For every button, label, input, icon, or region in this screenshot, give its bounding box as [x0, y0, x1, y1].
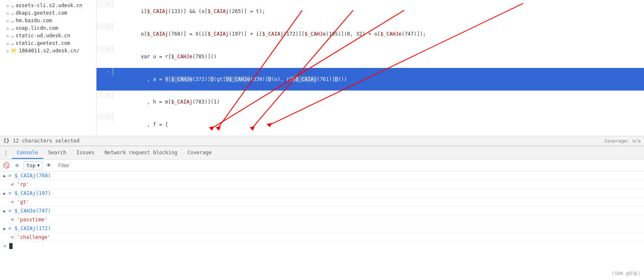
tab-issues[interactable]: Issues	[71, 147, 99, 159]
selected-text-status: 12 characters selected	[13, 138, 79, 144]
console-entry-5: < 'passtime'	[0, 215, 644, 224]
status-left: {} 12 characters selected	[3, 138, 79, 144]
console-prompt: >	[3, 243, 6, 249]
clear-console-button[interactable]: 🚫	[2, 161, 11, 170]
tree-item-dkapi[interactable]: ▷ ☁ dkapi.geetest.com	[0, 9, 96, 17]
format-icon: {}	[3, 138, 9, 144]
block-icon[interactable]: ⊘	[13, 161, 22, 170]
tree-item-1864011[interactable]: ▷ 📁 1864011.s2.udesk.cn/	[0, 47, 96, 54]
console-entry-2: ▶ > $_CAIAj(197)	[0, 189, 644, 198]
code-line-4: - , a = V[$_CAHJe(372)]D(gt[D$_CAHJe(339…	[96, 68, 644, 91]
code-line-3: - var u = r[$_CAHJe(785)]()	[96, 45, 644, 68]
expand-arrow-0[interactable]: ▶	[3, 174, 6, 178]
console-input-line[interactable]: >	[0, 242, 644, 250]
tab-network-request-blocking[interactable]: Network request blocking	[99, 147, 182, 159]
console-entry-1: < 'rp'	[0, 180, 644, 189]
expand-arrow-1	[3, 182, 8, 187]
console-entry-3: < 'gt'	[0, 198, 644, 207]
console-menu-icon[interactable]: ⋮	[2, 149, 10, 157]
expand-arrow-7	[3, 235, 8, 240]
code-editor[interactable]: - i[$_CAIAj(133)] && (o[$_CAIAj(265)] = …	[96, 0, 644, 136]
entry-text-3: 'gt'	[17, 199, 641, 205]
code-line-6: - , f = {	[96, 113, 644, 136]
status-bar: {} 12 characters selected Coverage: n/a	[0, 136, 644, 146]
code-line-5: - , h = m[$_CAIAj(783)](1)	[96, 91, 644, 113]
file-tree: ▷ ☁ assets-cli.s2.udesk.cn ▷ ☁ dkapi.gee…	[0, 0, 96, 136]
expand-arrow-6[interactable]: ▶	[3, 226, 6, 231]
tree-item-assets[interactable]: ▷ ☁ assets-cli.s2.udesk.cn	[0, 2, 96, 9]
entry-text-7: 'challenge'	[17, 234, 641, 240]
console-cursor	[9, 243, 13, 249]
coverage-status: Coverage: n/a	[605, 138, 641, 144]
log-level-select[interactable]: top ▼	[23, 161, 43, 170]
console-entry-6: ▶ > $_CAIAj(172)	[0, 224, 644, 233]
entry-text-4: $_CAHJe(747)	[15, 208, 641, 214]
console-toolbar: 🚫 ⊘ top ▼ 👁	[0, 160, 644, 171]
expand-arrow-3	[3, 200, 8, 205]
tree-item-static-geetest[interactable]: ▷ ☁ static.geetest.com	[0, 39, 96, 47]
console-panel: ⋮ Console Search Issues Network request …	[0, 146, 644, 280]
console-output: ▶ > $_CAIAj(768) < 'rp' ▶ > $_CAIAj(197)…	[0, 171, 644, 280]
entry-text-6: $_CAIAj(172)	[15, 226, 641, 231]
console-entry-0: ▶ > $_CAIAj(768)	[0, 171, 644, 180]
entry-text-5: 'passtime'	[17, 217, 641, 223]
tree-item-snap[interactable]: ▷ ☁ snap.licdn.com	[0, 24, 96, 32]
entry-text-2: $_CAIAj(197)	[15, 190, 641, 196]
dropdown-arrow-icon: ▼	[37, 163, 40, 168]
console-entry-7: < 'challenge'	[0, 233, 644, 242]
console-filter-input[interactable]	[55, 161, 642, 170]
console-tabs: ⋮ Console Search Issues Network request …	[0, 146, 644, 160]
tab-console[interactable]: Console	[12, 147, 43, 159]
entry-text-0: $_CAIAj(768)	[15, 173, 641, 179]
expand-arrow-5	[3, 218, 8, 222]
tab-search[interactable]: Search	[43, 147, 71, 159]
watermark: CSDN @轩辕)	[612, 270, 641, 277]
code-line-1: - i[$_CAIAj(133)] && (o[$_CAIAj(265)] = …	[96, 0, 644, 23]
expand-arrow-4[interactable]: ▶	[3, 209, 6, 213]
code-line-2: - o[$_CAIAj(768)] = X(i[$_CAIAj(197)] + …	[96, 23, 644, 45]
console-entry-4: ▶ > $_CAHJe(747)	[0, 207, 644, 215]
entry-text-1: 'rp'	[17, 181, 641, 187]
expand-arrow-2[interactable]: ▶	[3, 191, 6, 196]
tab-coverage[interactable]: Coverage	[183, 147, 217, 159]
eye-icon[interactable]: 👁	[44, 161, 54, 170]
tree-item-static-ud[interactable]: ▷ ☁ static-ud.udesk.cn	[0, 32, 96, 39]
tree-item-hm[interactable]: ▷ ☁ hm.baidu.com	[0, 17, 96, 24]
